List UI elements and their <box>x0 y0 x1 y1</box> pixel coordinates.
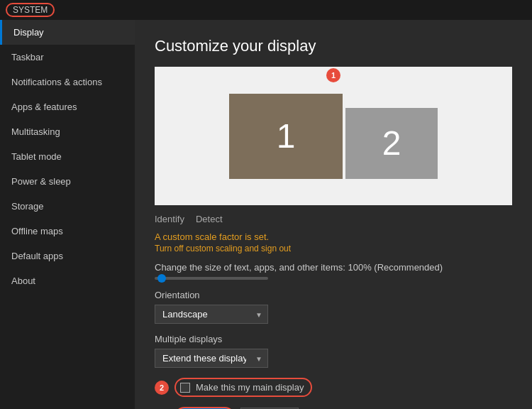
multiple-displays-label: Multiple displays <box>155 334 512 344</box>
main-display-checkbox[interactable] <box>180 383 190 393</box>
orientation-select-wrapper: Landscape Portrait Landscape (flipped) P… <box>155 305 268 324</box>
sidebar-item-taskbar[interactable]: Taskbar <box>0 45 135 70</box>
sidebar-item-apps[interactable]: Apps & features <box>0 94 135 119</box>
orientation-select[interactable]: Landscape Portrait Landscape (flipped) P… <box>155 305 268 324</box>
sidebar-item-notifications[interactable]: Notifications & actions <box>0 70 135 94</box>
monitor-container: 1 1 2 <box>229 94 438 179</box>
sidebar-item-display[interactable]: Display <box>0 20 135 45</box>
annotation-badge-1: 1 <box>326 68 340 82</box>
text-size-label: Change the size of text, apps, and other… <box>155 262 512 273</box>
main-display-label[interactable]: Make this my main display <box>196 382 304 393</box>
slider-container <box>155 277 512 280</box>
main-display-row: Make this my main display <box>174 378 312 397</box>
system-label: SYSTEM <box>6 3 55 17</box>
detect-link[interactable]: Detect <box>196 214 223 224</box>
multiple-displays-select[interactable]: Extend these displays Duplicate these di… <box>155 349 268 368</box>
annotation-badge-2: 2 <box>155 381 169 395</box>
multiple-displays-select-wrapper: Extend these displays Duplicate these di… <box>155 349 268 368</box>
content-area: Customize your display 1 1 2 Identify De… <box>135 20 532 409</box>
sidebar-item-tablet[interactable]: Tablet mode <box>0 144 135 169</box>
title-bar: SYSTEM <box>0 0 532 20</box>
sidebar-item-power[interactable]: Power & sleep <box>0 169 135 194</box>
identify-link[interactable]: Identify <box>155 214 184 224</box>
main-display-wrapper: 2 Make this my main display <box>174 378 312 397</box>
sidebar: Display Taskbar Notifications & actions … <box>0 20 135 409</box>
main-layout: Display Taskbar Notifications & actions … <box>0 20 532 409</box>
display-preview: 1 1 2 <box>155 67 512 205</box>
monitor-1[interactable]: 1 <box>229 94 343 179</box>
custom-scale-link[interactable]: Turn off custom scaling and sign out <box>155 244 512 253</box>
orientation-label: Orientation <box>155 290 512 300</box>
sidebar-item-about[interactable]: About <box>0 268 135 293</box>
sidebar-item-defaultapps[interactable]: Default apps <box>0 244 135 268</box>
custom-scale-warning: A custom scale factor is set. <box>155 231 512 242</box>
sidebar-item-multitasking[interactable]: Multitasking <box>0 119 135 144</box>
sidebar-item-offline[interactable]: Offline maps <box>0 219 135 244</box>
display-controls: Identify Detect <box>155 214 512 224</box>
page-title: Customize your display <box>155 37 512 55</box>
text-size-slider[interactable] <box>155 277 268 280</box>
monitor-2[interactable]: 2 <box>345 108 438 179</box>
sidebar-item-storage[interactable]: Storage <box>0 194 135 219</box>
slider-thumb <box>157 274 166 283</box>
